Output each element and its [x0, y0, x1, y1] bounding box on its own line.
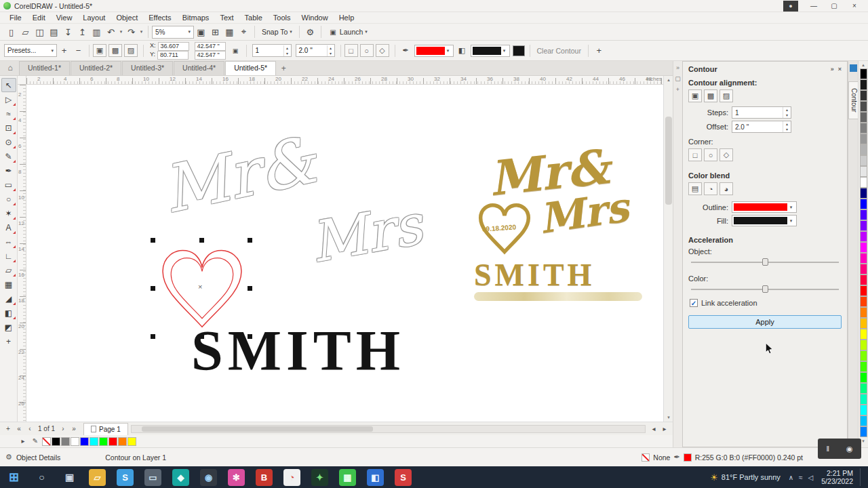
previous-page-button[interactable]: ‹: [24, 424, 35, 434]
palette-swatch[interactable]: [860, 188, 867, 199]
first-page-button[interactable]: «: [14, 424, 24, 434]
spin-down-icon[interactable]: ▾: [284, 51, 291, 56]
to-center-icon[interactable]: ▣: [93, 44, 106, 57]
outside-contour-icon[interactable]: ▨: [719, 89, 733, 102]
palette-swatch[interactable]: [860, 383, 867, 394]
selection-handle[interactable]: [199, 238, 204, 243]
redo-dropdown-icon[interactable]: ▾: [138, 25, 144, 39]
clear-contour-button[interactable]: Clear Contour: [534, 46, 585, 56]
gold-cake-topper-image[interactable]: Mr& 09.18.2020 Mrs SMITH: [474, 155, 644, 304]
palette-swatch[interactable]: [52, 437, 60, 446]
clockwise-blend-icon[interactable]: ◔: [704, 182, 717, 195]
save-icon[interactable]: ◫: [33, 25, 47, 39]
zoom-tool[interactable]: ⊙: [1, 135, 16, 149]
palette-swatch[interactable]: [860, 112, 867, 123]
options-gear-icon[interactable]: ⚙: [303, 25, 317, 39]
weather-widget[interactable]: ☀ 81°F Partly sunny: [710, 472, 781, 483]
smart-fill-tool[interactable]: ◩: [1, 320, 16, 334]
taskbar-app-5[interactable]: ✻: [228, 469, 245, 486]
palette-swatch[interactable]: [860, 296, 867, 307]
spin-up-icon[interactable]: ▴: [284, 45, 291, 51]
account-icon[interactable]: ●: [783, 1, 798, 12]
spin-down-icon[interactable]: ▾: [328, 51, 334, 56]
round-corner-icon[interactable]: ○: [704, 148, 717, 161]
bevel-corner-icon[interactable]: ◇: [376, 44, 389, 57]
palette-swatch[interactable]: [860, 264, 867, 274]
palette-swatch[interactable]: [860, 415, 867, 426]
screenshot-button[interactable]: ◉: [846, 445, 853, 453]
publish-pdf-icon[interactable]: ▥: [90, 25, 104, 39]
taskbar-app-4[interactable]: ◉: [200, 469, 217, 486]
palette-swatch[interactable]: [108, 437, 117, 446]
open-icon[interactable]: ▱: [18, 25, 33, 39]
menu-help[interactable]: Help: [334, 13, 360, 22]
palette-swatch[interactable]: [860, 307, 867, 318]
contour-steps-field[interactable]: 1 ▴▾: [252, 44, 292, 57]
menu-tools[interactable]: Tools: [268, 13, 296, 22]
palette-swatch[interactable]: [860, 274, 867, 285]
menu-window[interactable]: Window: [296, 13, 334, 22]
palette-swatch[interactable]: [860, 394, 867, 405]
taskbar-app-6[interactable]: B: [256, 469, 273, 486]
close-button[interactable]: ×: [844, 0, 865, 12]
palette-swatch[interactable]: [90, 437, 98, 446]
palette-swatch[interactable]: [860, 231, 867, 242]
document-tab-5[interactable]: Untitled-5*: [225, 61, 276, 75]
freehand-tool[interactable]: ✎: [1, 149, 16, 163]
offset-input[interactable]: 2.0 " ▴▾: [732, 121, 791, 133]
minimize-button[interactable]: —: [804, 0, 824, 12]
palette-swatch[interactable]: [99, 437, 108, 446]
palette-swatch[interactable]: [71, 437, 79, 446]
shape-tool[interactable]: ▷: [1, 92, 16, 106]
mitered-corner-icon[interactable]: □: [344, 44, 358, 57]
taskbar-app-8[interactable]: ✦: [311, 469, 328, 486]
palette-swatch[interactable]: [80, 437, 89, 446]
delete-preset-button[interactable]: −: [71, 44, 85, 58]
transparency-tool[interactable]: ▦: [1, 277, 16, 291]
selection-handle[interactable]: [248, 238, 252, 243]
copy-contour-properties-button[interactable]: +: [592, 44, 606, 58]
lock-ratio-icon[interactable]: ▣: [229, 44, 243, 58]
taskbar-app-3[interactable]: ◆: [172, 469, 189, 486]
spin-up-icon[interactable]: ▴: [328, 45, 334, 51]
menu-effects[interactable]: Effects: [143, 13, 176, 22]
palette-eyedropper-icon[interactable]: ✎: [30, 436, 41, 447]
undo-icon[interactable]: ↶: [104, 25, 118, 39]
palette-swatch[interactable]: [127, 437, 136, 446]
launch-dropdown[interactable]: ▣ Launch ▾: [325, 24, 371, 39]
scroll-up-icon[interactable]: ▴: [664, 76, 673, 84]
drawing-canvas[interactable]: Mr& Mrs × SMITH Mr& 09.18.2020 Mrs SMITH: [26, 85, 663, 422]
palette-swatch[interactable]: [860, 155, 867, 166]
palette-swatch[interactable]: [860, 426, 867, 437]
spin-down-icon[interactable]: ▾: [783, 127, 791, 132]
page-1-tab[interactable]: Page 1: [83, 423, 128, 435]
steps-input[interactable]: 1 ▴▾: [732, 106, 791, 119]
menu-text[interactable]: Text: [214, 13, 239, 22]
menu-file[interactable]: File: [4, 13, 27, 22]
selection-handle[interactable]: [151, 238, 155, 243]
fullscreen-preview-icon[interactable]: ▣: [194, 25, 208, 39]
docker-close-icon[interactable]: ×: [838, 66, 842, 73]
palette-swatch[interactable]: [860, 220, 867, 231]
palette-swatch[interactable]: [860, 285, 867, 296]
smooth-tool[interactable]: ≈: [1, 106, 16, 121]
file-explorer-icon[interactable]: ▱: [89, 469, 106, 486]
palette-swatch[interactable]: [860, 405, 867, 415]
show-rulers-icon[interactable]: ⊞: [208, 25, 222, 39]
print-icon[interactable]: ▤: [47, 25, 61, 39]
menu-view[interactable]: View: [51, 13, 78, 22]
show-grid-icon[interactable]: ▦: [222, 25, 237, 39]
vertical-ruler[interactable]: 2468101214161820222426: [18, 85, 26, 422]
object-acceleration-slider[interactable]: [691, 258, 839, 266]
zoom-level-select[interactable]: 5% ▾: [152, 26, 194, 39]
docker-float-icon[interactable]: »: [831, 66, 834, 73]
redo-icon[interactable]: ↷: [124, 25, 138, 39]
object-slider-thumb[interactable]: [762, 258, 768, 266]
mrs-outline-text[interactable]: Mrs: [305, 192, 427, 274]
palette-swatch[interactable]: [860, 90, 867, 101]
text-tool[interactable]: A: [1, 220, 16, 235]
palette-swatch[interactable]: [860, 242, 867, 253]
snap-to-dropdown[interactable]: Snap To ▾: [258, 27, 296, 37]
show-desktop-button[interactable]: [860, 468, 863, 486]
spin-down-icon[interactable]: ▾: [783, 113, 791, 118]
